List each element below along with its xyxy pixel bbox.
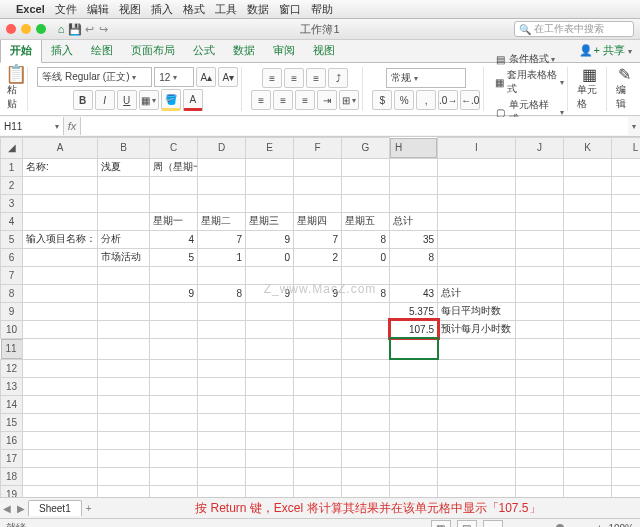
- cell-J9[interactable]: [516, 302, 564, 320]
- cell-E7[interactable]: [246, 266, 294, 284]
- cell-K13[interactable]: [564, 377, 612, 395]
- tab-review[interactable]: 审阅: [264, 39, 304, 62]
- cell-J13[interactable]: [516, 377, 564, 395]
- cell-H13[interactable]: [390, 377, 438, 395]
- cell-G14[interactable]: [342, 395, 390, 413]
- cell-H7[interactable]: [390, 266, 438, 284]
- cell-F8[interactable]: 9: [294, 284, 342, 302]
- underline-button[interactable]: U: [117, 90, 137, 110]
- cell-A14[interactable]: [23, 395, 98, 413]
- cell-L19[interactable]: [612, 485, 641, 497]
- cell-L9[interactable]: [612, 302, 641, 320]
- row-3[interactable]: 3: [1, 194, 23, 212]
- cell-D15[interactable]: [198, 413, 246, 431]
- cell-C19[interactable]: [150, 485, 198, 497]
- menu-window[interactable]: 窗口: [279, 2, 301, 17]
- cell-C7[interactable]: [150, 266, 198, 284]
- cell-F4[interactable]: 星期四: [294, 212, 342, 230]
- cell-J8[interactable]: [516, 284, 564, 302]
- cell-L18[interactable]: [612, 467, 641, 485]
- cell-B10[interactable]: [98, 320, 150, 338]
- cell-D4[interactable]: 星期二: [198, 212, 246, 230]
- cell-E19[interactable]: [246, 485, 294, 497]
- formula-input[interactable]: [80, 117, 628, 135]
- bold-button[interactable]: B: [73, 90, 93, 110]
- cell-C16[interactable]: [150, 431, 198, 449]
- cell-L2[interactable]: [612, 176, 641, 194]
- cell-G1[interactable]: [342, 158, 390, 176]
- minimize-icon[interactable]: [21, 24, 31, 34]
- cell-J10[interactable]: [516, 320, 564, 338]
- row-15[interactable]: 15: [1, 413, 23, 431]
- border-button[interactable]: ▦▾: [139, 90, 159, 110]
- cell-B17[interactable]: [98, 449, 150, 467]
- cell-G18[interactable]: [342, 467, 390, 485]
- cell-D10[interactable]: [198, 320, 246, 338]
- cell-K5[interactable]: [564, 230, 612, 248]
- cell-I1[interactable]: [438, 158, 516, 176]
- cell-J18[interactable]: [516, 467, 564, 485]
- cell-K12[interactable]: [564, 359, 612, 377]
- currency-icon[interactable]: $: [372, 90, 392, 110]
- cell-H15[interactable]: [390, 413, 438, 431]
- cell-K3[interactable]: [564, 194, 612, 212]
- cell-B12[interactable]: [98, 359, 150, 377]
- zoom-icon[interactable]: [36, 24, 46, 34]
- cell-G8[interactable]: 8: [342, 284, 390, 302]
- cell-F11[interactable]: [294, 338, 342, 359]
- cell-K9[interactable]: [564, 302, 612, 320]
- cell-A12[interactable]: [23, 359, 98, 377]
- col-D[interactable]: D: [198, 138, 246, 159]
- cell-K1[interactable]: [564, 158, 612, 176]
- orientation-icon[interactable]: ⤴: [328, 68, 348, 88]
- col-A[interactable]: A: [23, 138, 98, 159]
- cell-J11[interactable]: [516, 338, 564, 359]
- cell-J14[interactable]: [516, 395, 564, 413]
- comma-icon[interactable]: ,: [416, 90, 436, 110]
- cell-F13[interactable]: [294, 377, 342, 395]
- cell-A17[interactable]: [23, 449, 98, 467]
- cell-E10[interactable]: [246, 320, 294, 338]
- cell-I18[interactable]: [438, 467, 516, 485]
- cell-K16[interactable]: [564, 431, 612, 449]
- cell-H14[interactable]: [390, 395, 438, 413]
- cell-L11[interactable]: [612, 338, 641, 359]
- fx-icon[interactable]: fx: [64, 120, 80, 132]
- cell-F15[interactable]: [294, 413, 342, 431]
- cell-J2[interactable]: [516, 176, 564, 194]
- cell-B13[interactable]: [98, 377, 150, 395]
- cell-L16[interactable]: [612, 431, 641, 449]
- row-5[interactable]: 5: [1, 230, 23, 248]
- sheet-tab[interactable]: Sheet1: [28, 500, 82, 516]
- cell-D13[interactable]: [198, 377, 246, 395]
- cell-C12[interactable]: [150, 359, 198, 377]
- prev-sheet-icon[interactable]: ◀: [0, 503, 14, 514]
- row-1[interactable]: 1: [1, 158, 23, 176]
- cell-F7[interactable]: [294, 266, 342, 284]
- align-middle-icon[interactable]: ≡: [284, 68, 304, 88]
- cell-H4[interactable]: 总计: [390, 212, 438, 230]
- cell-B4[interactable]: [98, 212, 150, 230]
- col-K[interactable]: K: [564, 138, 612, 159]
- cell-C10[interactable]: [150, 320, 198, 338]
- font-color-button[interactable]: A: [183, 89, 203, 111]
- row-16[interactable]: 16: [1, 431, 23, 449]
- cell-H10[interactable]: 107.5: [390, 320, 438, 338]
- cell-I9[interactable]: 每日平均时数: [438, 302, 516, 320]
- cell-F19[interactable]: [294, 485, 342, 497]
- cell-I12[interactable]: [438, 359, 516, 377]
- cell-B15[interactable]: [98, 413, 150, 431]
- cell-E6[interactable]: 0: [246, 248, 294, 266]
- menu-help[interactable]: 帮助: [311, 2, 333, 17]
- cell-B2[interactable]: [98, 176, 150, 194]
- col-I[interactable]: I: [438, 138, 516, 159]
- col-J[interactable]: J: [516, 138, 564, 159]
- save-icon[interactable]: 💾: [68, 22, 82, 36]
- name-box[interactable]: H11▾: [0, 117, 64, 135]
- cell-C18[interactable]: [150, 467, 198, 485]
- cell-F16[interactable]: [294, 431, 342, 449]
- cell-D2[interactable]: [198, 176, 246, 194]
- cell-I19[interactable]: [438, 485, 516, 497]
- cell-K6[interactable]: [564, 248, 612, 266]
- row-18[interactable]: 18: [1, 467, 23, 485]
